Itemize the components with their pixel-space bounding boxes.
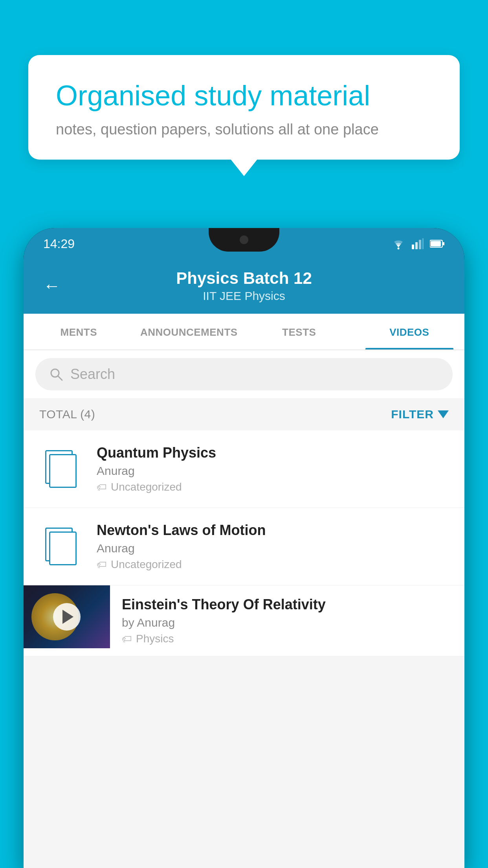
video-info-1: Quantum Physics Anurag 🏷 Uncategorized xyxy=(97,445,449,493)
video-tag-3: 🏷 Physics xyxy=(122,633,453,645)
bubble-subtitle: notes, question papers, solutions all at… xyxy=(56,121,432,138)
header-title: Physics Batch 12 xyxy=(76,269,412,288)
svg-point-0 xyxy=(398,248,400,250)
search-icon xyxy=(49,367,63,381)
doc-icon xyxy=(45,528,77,565)
speech-bubble: Organised study material notes, question… xyxy=(28,55,460,160)
tag-icon: 🏷 xyxy=(97,559,107,571)
list-item[interactable]: Newton's Laws of Motion Anurag 🏷 Uncateg… xyxy=(24,508,464,585)
tab-ments[interactable]: MENTS xyxy=(24,314,134,349)
document-thumb-2 xyxy=(39,525,83,568)
battery-icon xyxy=(430,239,445,248)
app-header: ← Physics Batch 12 IIT JEE Physics xyxy=(24,259,464,314)
doc-icon xyxy=(45,450,77,488)
tag-label-2: Uncategorized xyxy=(111,558,182,571)
status-time: 14:29 xyxy=(43,237,75,251)
filter-icon xyxy=(438,410,449,418)
video-tag-2: 🏷 Uncategorized xyxy=(97,558,449,571)
video-title-3: Einstein's Theory Of Relativity xyxy=(122,596,453,613)
svg-rect-1 xyxy=(412,245,414,249)
svg-line-9 xyxy=(58,376,62,380)
filter-label: FILTER xyxy=(391,408,434,421)
header-subtitle: IIT JEE Physics xyxy=(76,289,412,303)
list-item[interactable]: Quantum Physics Anurag 🏷 Uncategorized xyxy=(24,430,464,508)
video-author-2: Anurag xyxy=(97,542,449,555)
filter-button[interactable]: FILTER xyxy=(391,408,449,421)
video-title-1: Quantum Physics xyxy=(97,445,449,461)
wifi-icon xyxy=(391,238,405,250)
video-tag-1: 🏷 Uncategorized xyxy=(97,481,449,493)
tag-label-3: Physics xyxy=(136,633,174,645)
tab-videos[interactable]: VIDEOS xyxy=(354,314,465,349)
tabs-container: MENTS ANNOUNCEMENTS TESTS VIDEOS xyxy=(24,314,464,350)
filter-bar: TOTAL (4) FILTER xyxy=(24,398,464,430)
phone-frame: 14:29 xyxy=(24,228,464,868)
video-title-2: Newton's Laws of Motion xyxy=(97,522,449,539)
back-button[interactable]: ← xyxy=(43,276,61,296)
header-center: Physics Batch 12 IIT JEE Physics xyxy=(76,269,412,303)
svg-rect-2 xyxy=(415,242,418,249)
video-author-3: by Anurag xyxy=(122,616,453,629)
tag-icon: 🏷 xyxy=(122,633,132,645)
play-button[interactable] xyxy=(53,603,81,631)
video-info-3: Einstein's Theory Of Relativity by Anura… xyxy=(110,585,464,656)
svg-rect-3 xyxy=(419,240,421,249)
camera-dot xyxy=(240,235,248,244)
tag-label-1: Uncategorized xyxy=(111,481,182,493)
search-bar[interactable]: Search xyxy=(35,358,453,390)
play-icon xyxy=(62,610,73,624)
video-info-2: Newton's Laws of Motion Anurag 🏷 Uncateg… xyxy=(97,522,449,571)
video-thumbnail-3 xyxy=(24,585,110,648)
total-count: TOTAL (4) xyxy=(39,408,95,421)
list-item[interactable]: Einstein's Theory Of Relativity by Anura… xyxy=(24,585,464,657)
tab-tests[interactable]: TESTS xyxy=(244,314,354,349)
phone-screen: Search TOTAL (4) FILTER xyxy=(24,350,464,868)
tab-announcements[interactable]: ANNOUNCEMENTS xyxy=(134,314,244,349)
video-list: Quantum Physics Anurag 🏷 Uncategorized xyxy=(24,430,464,657)
svg-rect-7 xyxy=(431,241,441,246)
search-bar-container: Search xyxy=(24,350,464,398)
search-placeholder: Search xyxy=(70,366,115,383)
status-icons xyxy=(391,238,445,250)
signal-icon xyxy=(412,238,424,249)
bubble-title: Organised study material xyxy=(56,79,432,112)
svg-rect-6 xyxy=(443,242,444,245)
video-author-1: Anurag xyxy=(97,464,449,478)
tag-icon: 🏷 xyxy=(97,481,107,493)
svg-rect-4 xyxy=(422,238,424,249)
notch xyxy=(209,228,279,252)
status-bar: 14:29 xyxy=(24,228,464,259)
document-thumb-1 xyxy=(39,447,83,491)
